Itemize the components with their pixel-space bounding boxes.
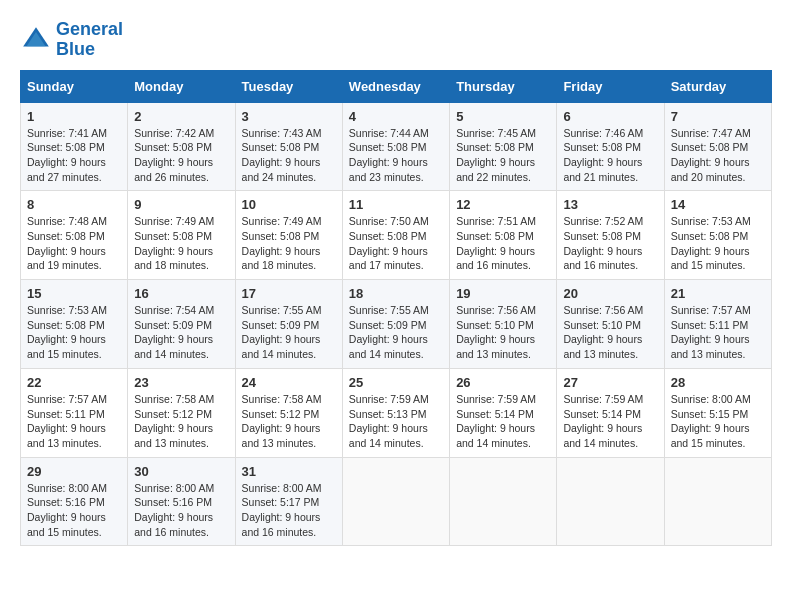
calendar-cell: 25Sunrise: 7:59 AMSunset: 5:13 PMDayligh… <box>342 368 449 457</box>
day-number: 9 <box>134 197 228 212</box>
calendar-cell: 11Sunrise: 7:50 AMSunset: 5:08 PMDayligh… <box>342 191 449 280</box>
calendar-cell: 21Sunrise: 7:57 AMSunset: 5:11 PMDayligh… <box>664 280 771 369</box>
day-number: 6 <box>563 109 657 124</box>
cell-content: Sunrise: 7:49 AMSunset: 5:08 PMDaylight:… <box>134 214 228 273</box>
calendar-cell: 20Sunrise: 7:56 AMSunset: 5:10 PMDayligh… <box>557 280 664 369</box>
day-number: 24 <box>242 375 336 390</box>
day-number: 17 <box>242 286 336 301</box>
calendar-cell: 27Sunrise: 7:59 AMSunset: 5:14 PMDayligh… <box>557 368 664 457</box>
calendar-cell: 29Sunrise: 8:00 AMSunset: 5:16 PMDayligh… <box>21 457 128 546</box>
cell-content: Sunrise: 7:42 AMSunset: 5:08 PMDaylight:… <box>134 126 228 185</box>
calendar-cell: 28Sunrise: 8:00 AMSunset: 5:15 PMDayligh… <box>664 368 771 457</box>
calendar-cell: 6Sunrise: 7:46 AMSunset: 5:08 PMDaylight… <box>557 102 664 191</box>
week-row-5: 29Sunrise: 8:00 AMSunset: 5:16 PMDayligh… <box>21 457 772 546</box>
calendar-cell <box>450 457 557 546</box>
column-header-thursday: Thursday <box>450 70 557 102</box>
day-number: 18 <box>349 286 443 301</box>
week-row-2: 8Sunrise: 7:48 AMSunset: 5:08 PMDaylight… <box>21 191 772 280</box>
column-header-sunday: Sunday <box>21 70 128 102</box>
calendar-cell: 24Sunrise: 7:58 AMSunset: 5:12 PMDayligh… <box>235 368 342 457</box>
cell-content: Sunrise: 7:53 AMSunset: 5:08 PMDaylight:… <box>27 303 121 362</box>
cell-content: Sunrise: 7:56 AMSunset: 5:10 PMDaylight:… <box>563 303 657 362</box>
cell-content: Sunrise: 7:57 AMSunset: 5:11 PMDaylight:… <box>27 392 121 451</box>
day-number: 11 <box>349 197 443 212</box>
column-header-monday: Monday <box>128 70 235 102</box>
cell-content: Sunrise: 8:00 AMSunset: 5:16 PMDaylight:… <box>27 481 121 540</box>
calendar-cell: 17Sunrise: 7:55 AMSunset: 5:09 PMDayligh… <box>235 280 342 369</box>
cell-content: Sunrise: 7:59 AMSunset: 5:14 PMDaylight:… <box>456 392 550 451</box>
cell-content: Sunrise: 7:59 AMSunset: 5:14 PMDaylight:… <box>563 392 657 451</box>
column-header-saturday: Saturday <box>664 70 771 102</box>
week-row-4: 22Sunrise: 7:57 AMSunset: 5:11 PMDayligh… <box>21 368 772 457</box>
calendar-cell: 15Sunrise: 7:53 AMSunset: 5:08 PMDayligh… <box>21 280 128 369</box>
calendar-cell: 3Sunrise: 7:43 AMSunset: 5:08 PMDaylight… <box>235 102 342 191</box>
calendar-cell: 1Sunrise: 7:41 AMSunset: 5:08 PMDaylight… <box>21 102 128 191</box>
day-number: 16 <box>134 286 228 301</box>
day-number: 29 <box>27 464 121 479</box>
logo: General Blue <box>20 20 123 60</box>
cell-content: Sunrise: 7:57 AMSunset: 5:11 PMDaylight:… <box>671 303 765 362</box>
calendar-cell: 8Sunrise: 7:48 AMSunset: 5:08 PMDaylight… <box>21 191 128 280</box>
day-number: 8 <box>27 197 121 212</box>
column-header-friday: Friday <box>557 70 664 102</box>
calendar-cell: 13Sunrise: 7:52 AMSunset: 5:08 PMDayligh… <box>557 191 664 280</box>
day-number: 19 <box>456 286 550 301</box>
calendar-cell: 4Sunrise: 7:44 AMSunset: 5:08 PMDaylight… <box>342 102 449 191</box>
calendar-cell: 16Sunrise: 7:54 AMSunset: 5:09 PMDayligh… <box>128 280 235 369</box>
calendar-cell: 10Sunrise: 7:49 AMSunset: 5:08 PMDayligh… <box>235 191 342 280</box>
cell-content: Sunrise: 7:58 AMSunset: 5:12 PMDaylight:… <box>134 392 228 451</box>
day-number: 15 <box>27 286 121 301</box>
day-number: 27 <box>563 375 657 390</box>
calendar-cell <box>557 457 664 546</box>
day-number: 31 <box>242 464 336 479</box>
day-number: 2 <box>134 109 228 124</box>
calendar-cell: 31Sunrise: 8:00 AMSunset: 5:17 PMDayligh… <box>235 457 342 546</box>
cell-content: Sunrise: 7:52 AMSunset: 5:08 PMDaylight:… <box>563 214 657 273</box>
day-number: 23 <box>134 375 228 390</box>
day-number: 5 <box>456 109 550 124</box>
cell-content: Sunrise: 7:43 AMSunset: 5:08 PMDaylight:… <box>242 126 336 185</box>
week-row-1: 1Sunrise: 7:41 AMSunset: 5:08 PMDaylight… <box>21 102 772 191</box>
day-number: 13 <box>563 197 657 212</box>
cell-content: Sunrise: 7:53 AMSunset: 5:08 PMDaylight:… <box>671 214 765 273</box>
cell-content: Sunrise: 7:54 AMSunset: 5:09 PMDaylight:… <box>134 303 228 362</box>
cell-content: Sunrise: 7:56 AMSunset: 5:10 PMDaylight:… <box>456 303 550 362</box>
cell-content: Sunrise: 7:46 AMSunset: 5:08 PMDaylight:… <box>563 126 657 185</box>
day-number: 28 <box>671 375 765 390</box>
calendar-cell: 30Sunrise: 8:00 AMSunset: 5:16 PMDayligh… <box>128 457 235 546</box>
calendar-cell: 26Sunrise: 7:59 AMSunset: 5:14 PMDayligh… <box>450 368 557 457</box>
day-number: 20 <box>563 286 657 301</box>
cell-content: Sunrise: 7:51 AMSunset: 5:08 PMDaylight:… <box>456 214 550 273</box>
calendar-cell <box>664 457 771 546</box>
day-number: 22 <box>27 375 121 390</box>
cell-content: Sunrise: 7:55 AMSunset: 5:09 PMDaylight:… <box>349 303 443 362</box>
day-number: 25 <box>349 375 443 390</box>
calendar-cell: 5Sunrise: 7:45 AMSunset: 5:08 PMDaylight… <box>450 102 557 191</box>
calendar-cell: 14Sunrise: 7:53 AMSunset: 5:08 PMDayligh… <box>664 191 771 280</box>
day-number: 3 <box>242 109 336 124</box>
cell-content: Sunrise: 7:48 AMSunset: 5:08 PMDaylight:… <box>27 214 121 273</box>
cell-content: Sunrise: 7:49 AMSunset: 5:08 PMDaylight:… <box>242 214 336 273</box>
day-number: 4 <box>349 109 443 124</box>
day-number: 21 <box>671 286 765 301</box>
calendar-cell: 23Sunrise: 7:58 AMSunset: 5:12 PMDayligh… <box>128 368 235 457</box>
cell-content: Sunrise: 8:00 AMSunset: 5:16 PMDaylight:… <box>134 481 228 540</box>
calendar-cell <box>342 457 449 546</box>
column-header-tuesday: Tuesday <box>235 70 342 102</box>
day-number: 12 <box>456 197 550 212</box>
cell-content: Sunrise: 7:58 AMSunset: 5:12 PMDaylight:… <box>242 392 336 451</box>
calendar-cell: 2Sunrise: 7:42 AMSunset: 5:08 PMDaylight… <box>128 102 235 191</box>
calendar-cell: 9Sunrise: 7:49 AMSunset: 5:08 PMDaylight… <box>128 191 235 280</box>
cell-content: Sunrise: 7:45 AMSunset: 5:08 PMDaylight:… <box>456 126 550 185</box>
day-number: 1 <box>27 109 121 124</box>
page-header: General Blue <box>20 20 772 60</box>
day-number: 30 <box>134 464 228 479</box>
logo-icon <box>20 24 52 56</box>
day-number: 14 <box>671 197 765 212</box>
day-number: 10 <box>242 197 336 212</box>
calendar-body: 1Sunrise: 7:41 AMSunset: 5:08 PMDaylight… <box>21 102 772 546</box>
day-number: 26 <box>456 375 550 390</box>
cell-content: Sunrise: 8:00 AMSunset: 5:17 PMDaylight:… <box>242 481 336 540</box>
calendar-cell: 22Sunrise: 7:57 AMSunset: 5:11 PMDayligh… <box>21 368 128 457</box>
cell-content: Sunrise: 7:44 AMSunset: 5:08 PMDaylight:… <box>349 126 443 185</box>
